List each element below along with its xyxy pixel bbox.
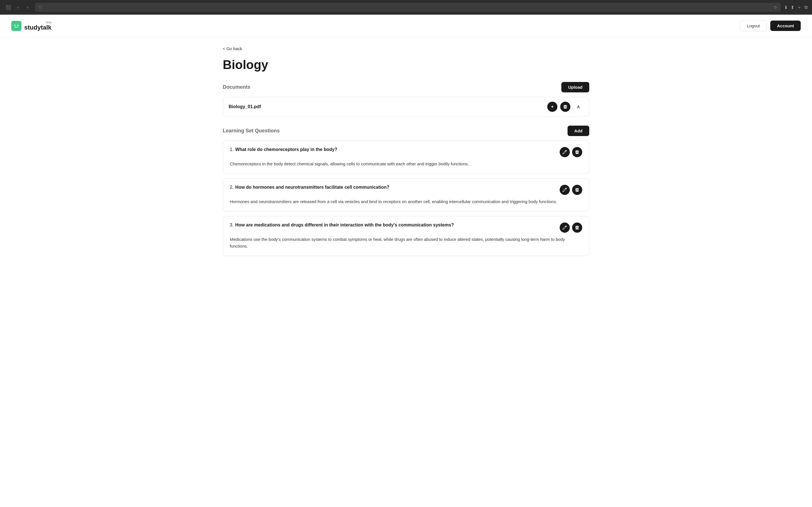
edit-question-button[interactable] (560, 223, 570, 233)
delete-question-button[interactable] (572, 223, 582, 233)
question-title: 2. How do hormones and neurotransmitters… (230, 185, 555, 190)
question-header: 2. How do hormones and neurotransmitters… (230, 185, 582, 195)
pencil-icon (562, 225, 567, 230)
question-actions (560, 223, 582, 233)
window-controls: ⬛ ‹ › (4, 3, 32, 11)
go-back-link[interactable]: < Go back (223, 46, 589, 51)
edit-question-button[interactable] (560, 185, 570, 195)
logout-button[interactable]: Logout (740, 20, 767, 31)
question-card: 2. How do hormones and neurotransmitters… (223, 178, 589, 212)
account-button[interactable]: Account (770, 20, 801, 31)
questions-section-title: Learning Set Questions (223, 128, 280, 134)
reload-button[interactable]: ↻ (774, 5, 777, 10)
nav-actions: Logout Account (740, 20, 801, 31)
documents-section-title: Documents (223, 84, 250, 90)
new-tab-icon[interactable]: ＋ (797, 4, 802, 10)
pencil-icon (562, 150, 567, 154)
question-header: 1. What role do chemoreceptors play in t… (230, 147, 582, 157)
download-icon[interactable]: ⬇ (784, 5, 788, 10)
delete-question-button[interactable] (572, 147, 582, 157)
browser-toolbar-right: ⬇ ⬆ ＋ ⧉ (784, 4, 808, 10)
question-title: 3. How are medications and drugs differe… (230, 223, 555, 228)
sidebar-toggle-button[interactable]: ⬛ (4, 3, 12, 11)
trash-icon (563, 105, 567, 109)
add-question-button[interactable]: Add (567, 126, 589, 136)
delete-question-button[interactable] (572, 185, 582, 195)
question-header: 3. How are medications and drugs differe… (230, 223, 582, 233)
document-collapse-button[interactable]: ∧ (573, 102, 583, 112)
edit-question-button[interactable] (560, 147, 570, 157)
question-text: What role do chemoreceptors play in the … (235, 147, 337, 152)
share-icon[interactable]: ⬆ (791, 5, 794, 10)
question-text: How do hormones and neurotransmitters fa… (235, 185, 389, 190)
document-add-button[interactable]: + (547, 102, 557, 112)
back-button[interactable]: ‹ (14, 3, 22, 11)
document-delete-button[interactable] (560, 102, 570, 112)
page-content: < Go back Biology Documents Upload Biolo… (211, 37, 601, 270)
question-answer: Medications use the body's communication… (230, 236, 582, 249)
document-name: Biology_01.pdf (229, 104, 261, 109)
logo-container: beta studytalk (11, 21, 52, 31)
questions-section: Learning Set Questions Add 1. What role … (223, 126, 589, 256)
question-text: How are medications and drugs different … (235, 223, 454, 228)
document-actions: + ∧ (547, 102, 583, 112)
logo-text-container: beta studytalk (24, 21, 52, 31)
forward-button[interactable]: › (24, 3, 32, 11)
upload-button[interactable]: Upload (561, 82, 589, 93)
question-card: 1. What role do chemoreceptors play in t… (223, 140, 589, 174)
questions-container: 1. What role do chemoreceptors play in t… (223, 140, 589, 256)
documents-section-header: Documents Upload (223, 82, 589, 93)
question-answer: Hormones and neurotransmitters are relea… (230, 198, 582, 205)
question-actions (560, 147, 582, 157)
shield-icon: 🛡 (38, 5, 42, 10)
trash-icon (575, 225, 579, 230)
svg-point-4 (17, 25, 18, 25)
logo-text: studytalk (24, 24, 52, 31)
question-number: 3. (230, 223, 234, 228)
question-title: 1. What role do chemoreceptors play in t… (230, 147, 555, 152)
question-actions (560, 185, 582, 195)
app-container: beta studytalk Logout Account < Go back … (0, 15, 812, 507)
studytalk-logo-icon (11, 21, 21, 31)
page-title: Biology (223, 58, 589, 72)
svg-point-3 (15, 25, 15, 25)
question-number: 2. (230, 185, 234, 190)
documents-section: Documents Upload Biology_01.pdf + ∧ (223, 82, 589, 117)
pencil-icon (562, 187, 567, 192)
tabs-icon[interactable]: ⧉ (804, 5, 808, 10)
questions-section-header: Learning Set Questions Add (223, 126, 589, 136)
trash-icon (575, 187, 579, 192)
beta-badge: beta (46, 21, 51, 24)
document-item: Biology_01.pdf + ∧ (223, 97, 589, 117)
question-number: 1. (230, 147, 234, 152)
address-bar[interactable]: 🛡 ↻ (35, 3, 781, 12)
question-card: 3. How are medications and drugs differe… (223, 216, 589, 256)
question-answer: Chemoreceptors in the body detect chemic… (230, 161, 582, 167)
nav-header: beta studytalk Logout Account (0, 15, 812, 37)
trash-icon (575, 150, 579, 154)
browser-chrome: ⬛ ‹ › 🛡 ↻ ⬇ ⬆ ＋ ⧉ (0, 0, 812, 15)
